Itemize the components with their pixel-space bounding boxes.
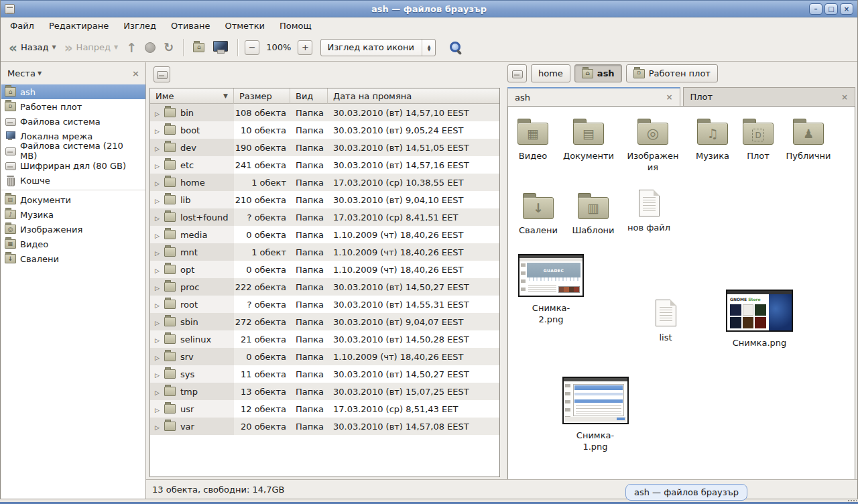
column-header-date[interactable]: Дата на промяна [328,88,499,104]
stop-button[interactable] [142,40,158,55]
menu-item[interactable]: Изглед [118,19,162,32]
computer-button[interactable] [210,39,231,56]
zoom-in-button[interactable]: + [298,40,312,55]
expander-icon[interactable] [155,387,160,397]
table-row[interactable]: lib 210 обекта Папка 30.03.2010 (вт) 9,0… [150,191,499,208]
up-button[interactable]: ↑ [123,40,139,56]
icon-canvas[interactable]: Видео Документи Изображения Музика [507,106,855,481]
table-row[interactable]: selinux 21 обекта Папка 30.03.2010 (вт) … [150,330,499,348]
titlebar[interactable]: ash — файлов браузър – □ × [1,0,857,17]
expander-icon[interactable] [155,404,160,414]
table-row[interactable]: dev 190 обекта Папка 30.03.2010 (вт) 14,… [150,139,499,156]
column-header-type[interactable]: Вид [290,88,328,104]
tab-ash[interactable]: ash × [507,87,680,106]
sidebar-item[interactable]: Документи [1,192,145,207]
sidebar-item[interactable]: Шифриран дял (80 GB) [1,158,145,173]
breadcrumb-ash-button[interactable]: ash [574,64,622,82]
forward-dropdown-icon[interactable]: ▼ [114,44,118,50]
table-row[interactable]: etc 241 обекта Папка 30.03.2010 (вт) 14,… [150,156,499,174]
zoom-out-button[interactable]: − [245,40,259,55]
sidebar-item[interactable]: Работен плот [1,99,145,114]
places-header[interactable]: Места ▼ × [1,62,145,84]
tab-desktop[interactable]: Плот × [683,87,856,106]
column-header-size[interactable]: Размер [234,88,290,104]
expander-icon[interactable] [155,317,160,327]
maximize-button[interactable]: □ [824,3,838,15]
table-row[interactable]: sys 11 обекта Папка 30.03.2010 (вт) 14,5… [150,365,499,383]
expander-icon[interactable] [155,178,160,188]
expander-icon[interactable] [155,247,160,257]
view-mode-select[interactable]: Изглед като икони ▲▼ [320,39,436,56]
expander-icon[interactable] [155,143,160,153]
file-icon-item[interactable]: нов файл [626,190,672,233]
expander-icon[interactable] [155,230,160,240]
table-row[interactable]: home 1 обект Папка 17.03.2010 (ср) 10,38… [150,174,499,191]
expander-icon[interactable] [155,265,160,275]
table-row[interactable]: var 20 обекта Папка 30.03.2010 (вт) 14,5… [150,418,499,435]
sidebar-item[interactable]: Свалени [1,251,145,266]
search-button[interactable] [446,39,465,56]
expander-icon[interactable] [155,422,160,432]
resize-grip[interactable] [847,499,857,503]
menu-item[interactable]: Отметки [219,19,269,32]
file-icon-item[interactable]: Публични [779,118,838,162]
expander-icon[interactable] [155,352,160,362]
menu-item[interactable]: Файл [5,19,40,32]
table-row[interactable]: root ? обекта Папка 30.03.2010 (вт) 14,5… [150,296,499,313]
sidebar-item[interactable]: ash [1,84,145,99]
sidebar-item[interactable]: Музика [1,207,145,222]
back-dropdown-icon[interactable]: ▼ [52,44,56,50]
home-button[interactable] [190,41,207,54]
sidebar-item[interactable]: Файлова система [1,114,145,129]
expander-icon[interactable] [155,212,160,223]
breadcrumb-home-button[interactable]: home [531,64,570,82]
file-icon-item[interactable]: Изображения [622,118,684,173]
menu-item[interactable]: Помощ [274,19,317,32]
breadcrumb-desktop-button[interactable]: Работен плот [626,64,718,82]
expander-icon[interactable] [155,108,160,118]
sidebar-item[interactable]: Изображения [1,222,145,237]
table-row[interactable]: proc 222 обекта Папка 30.03.2010 (вт) 14… [150,278,499,296]
expander-icon[interactable] [155,125,160,135]
file-icon-item[interactable]: Документи [558,118,619,162]
table-row[interactable]: media 0 обекта Папка 1.10.2009 (чт) 18,4… [150,226,499,243]
expander-icon[interactable] [155,195,160,205]
sidebar-item[interactable]: Видео [1,237,145,251]
file-icon-item[interactable]: Музика [686,118,739,162]
file-icon-item[interactable]: list [649,300,682,343]
tab-close-icon[interactable]: × [841,92,848,102]
column-header-name[interactable]: Име ▼ [150,88,234,104]
file-icon-item[interactable]: Свалени [512,192,564,236]
table-row[interactable]: srv 0 обекта Папка 1.10.2009 (чт) 18,40,… [150,348,499,365]
file-icon-item[interactable]: Видео [509,118,556,162]
sidebar-item[interactable]: Кошче [1,173,145,188]
menu-item[interactable]: Редактиране [44,19,114,32]
minimize-button[interactable]: – [809,3,822,15]
forward-button[interactable]: » Напред ▼ [62,40,121,54]
table-row[interactable]: bin 108 обекта Папка 30.03.2010 (вт) 14,… [150,104,499,121]
file-icon-item[interactable]: Шаблони [566,192,621,236]
reload-button[interactable]: ↻ [161,40,176,56]
close-button[interactable]: × [840,3,853,15]
root-drive-button[interactable] [154,66,170,82]
menu-item[interactable]: Отиване [166,19,215,32]
expander-icon[interactable] [155,282,160,292]
expander-icon[interactable] [155,334,160,344]
table-row[interactable]: opt 0 обекта Папка 1.10.2009 (чт) 18,40,… [150,261,499,278]
sidebar-item[interactable]: Файлова система (210 MB) [1,143,145,158]
table-row[interactable]: sbin 272 обекта Папка 30.03.2010 (вт) 9,… [150,313,499,330]
table-row[interactable]: boot 10 обекта Папка 30.03.2010 (вт) 9,0… [150,121,499,139]
file-icon-item[interactable]: GNOME Store Снимка.png [723,290,796,349]
file-icon-item[interactable]: Плот [737,118,779,162]
breadcrumb-root-button[interactable] [507,64,527,82]
sidebar-close-icon[interactable]: × [132,68,139,78]
file-icon-item[interactable]: Снимка-1.png [559,377,631,452]
file-icon-item[interactable]: GUADEC Снимка-2.png [515,254,587,325]
expander-icon[interactable] [155,369,160,379]
combo-spinner-icon[interactable]: ▲▼ [422,40,435,56]
table-row[interactable]: lost+found ? обекта Папка 17.03.2010 (ср… [150,208,499,226]
back-button[interactable]: « Назад ▼ [6,40,59,54]
table-row[interactable]: mnt 1 обект Папка 1.10.2009 (чт) 18,40,2… [150,243,499,261]
tab-close-icon[interactable]: × [666,92,672,102]
expander-icon[interactable] [155,300,160,310]
